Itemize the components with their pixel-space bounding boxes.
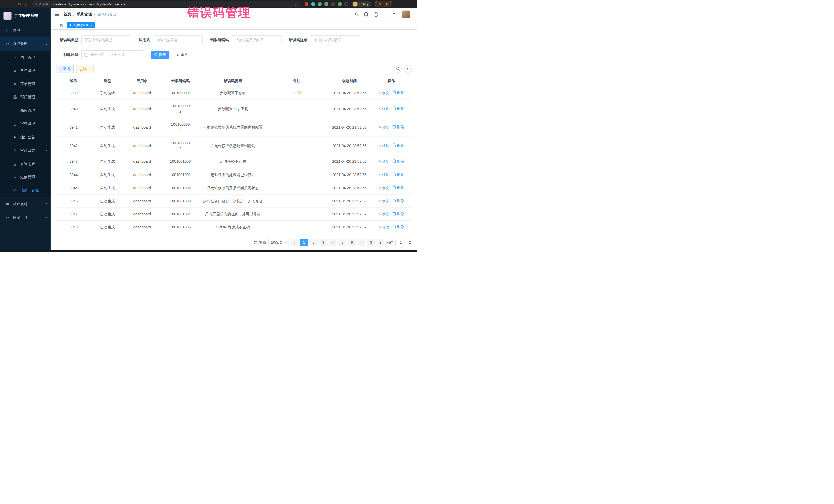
delete-link[interactable]: 删除 bbox=[393, 125, 404, 130]
browser-update-button[interactable]: ↻ 更新 bbox=[375, 1, 392, 7]
sidebar-item-role[interactable]: ♟ 角色管理 bbox=[0, 64, 50, 78]
sidebar-item-sms[interactable]: ✉ 短信管理 ▾ bbox=[0, 170, 50, 184]
edit-link[interactable]: ✎修改 bbox=[378, 125, 389, 130]
refresh-icon: ↻ bbox=[177, 53, 179, 57]
main-content: 错误码类型 请选择错误码类型 ▾ 应用名 错误码编码 错误码提示 bbox=[50, 29, 417, 250]
page-button-3[interactable]: 3 bbox=[320, 239, 327, 246]
export-button[interactable]: ↓ 导出 bbox=[76, 65, 94, 73]
forward-icon[interactable]: → bbox=[10, 2, 14, 6]
delete-link[interactable]: 删除 bbox=[393, 159, 404, 164]
sidebar-item-infra[interactable]: ⊞ 基础设施 ▾ bbox=[0, 197, 50, 211]
sidebar-item-errorcode[interactable]: </> 错误码管理 bbox=[0, 184, 50, 197]
page-size-select[interactable]: 10条/页 ▾ bbox=[268, 239, 288, 246]
extension-icon[interactable] bbox=[311, 2, 315, 6]
search-button[interactable]: 搜索 bbox=[151, 51, 170, 59]
github-icon[interactable] bbox=[364, 12, 369, 17]
error-type-select[interactable]: 请选择错误码类型 ▾ bbox=[81, 36, 131, 44]
delete-link[interactable]: 删除 bbox=[393, 90, 404, 95]
browser-profile-chip[interactable]: ☺ 已暂停 bbox=[352, 1, 372, 7]
filter-row-2: 创建时间 开始日期 - 结束日期 搜索 ↻ 重置 bbox=[56, 50, 412, 59]
sidebar-item-notice[interactable]: ⚑ 通知公告 bbox=[0, 131, 50, 144]
caret-down-icon: ▾ bbox=[412, 13, 413, 16]
sidebar-item-online[interactable]: ◎ 在线用户 bbox=[0, 157, 50, 170]
delete-link[interactable]: 删除 bbox=[393, 172, 404, 177]
edit-link[interactable]: ✎修改 bbox=[378, 91, 389, 96]
delete-link[interactable]: 删除 bbox=[393, 185, 404, 191]
app-name-input[interactable] bbox=[153, 36, 203, 44]
page-button-5[interactable]: 5 bbox=[338, 239, 346, 246]
page-button-2[interactable]: 2 bbox=[310, 239, 317, 246]
search-icon[interactable] bbox=[355, 13, 359, 17]
edit-link[interactable]: ✎修改 bbox=[378, 172, 389, 178]
edit-link[interactable]: ✎修改 bbox=[378, 144, 389, 149]
error-code-table: 编号 类型 应用名 错误码编码 错误码提示 备注 创建时间 操作 3939 手动… bbox=[56, 76, 412, 234]
extension-icon[interactable] bbox=[304, 2, 308, 6]
delete-link[interactable]: 删除 bbox=[393, 199, 404, 204]
filter-app-label: 应用名 bbox=[139, 38, 150, 42]
sidebar-item-menu[interactable]: ≣ 菜单管理 bbox=[0, 78, 50, 91]
error-msg-input[interactable] bbox=[310, 36, 360, 44]
chevron-down-icon: ▾ bbox=[46, 176, 47, 178]
sidebar-item-dept[interactable]: 品 部门管理 bbox=[0, 91, 50, 104]
extension-icon[interactable]: V bbox=[318, 2, 322, 6]
error-code-input[interactable] bbox=[232, 36, 282, 44]
edit-link[interactable]: ✎修改 bbox=[378, 185, 389, 191]
pencil-icon: ✎ bbox=[378, 126, 381, 129]
edit-link[interactable]: ✎修改 bbox=[378, 212, 389, 217]
delete-link[interactable]: 删除 bbox=[393, 143, 404, 148]
edit-link[interactable]: ✎修改 bbox=[378, 159, 389, 165]
url-text[interactable]: dashboard.yudao.iocoder.cn/system/error-… bbox=[53, 2, 292, 6]
page-button-1[interactable]: 1 bbox=[300, 239, 308, 246]
reload-icon[interactable]: ↻ bbox=[18, 2, 21, 6]
bookmark-star-icon[interactable]: ☆ bbox=[294, 2, 298, 6]
breadcrumb-section[interactable]: 系统管理 bbox=[77, 12, 92, 17]
sidebar-item-system[interactable]: ⚙ 系统管理 ▴ bbox=[0, 37, 50, 51]
total-count: 共 76 条 bbox=[254, 240, 266, 245]
sidebar-item-post[interactable]: ▤ 岗位管理 bbox=[0, 104, 50, 117]
page-button-8[interactable]: 8 bbox=[367, 239, 375, 246]
goto-page-input[interactable] bbox=[395, 239, 406, 246]
next-page-button[interactable]: › bbox=[377, 239, 385, 246]
page-button-6[interactable]: 6 bbox=[348, 239, 356, 246]
pencil-icon: ✎ bbox=[378, 173, 381, 176]
pin-icon[interactable] bbox=[344, 2, 349, 6]
delete-link[interactable]: 删除 bbox=[393, 225, 404, 230]
sidebar-item-audit[interactable]: ✎ 审计日志 ▾ bbox=[0, 144, 50, 157]
page-button-4[interactable]: 4 bbox=[329, 239, 336, 246]
close-icon[interactable]: × bbox=[90, 23, 92, 27]
security-label[interactable]: 不安全 bbox=[39, 2, 49, 6]
user-menu[interactable]: ▾ bbox=[402, 10, 413, 18]
delete-link[interactable]: 删除 bbox=[393, 212, 404, 217]
tag-errorcode[interactable]: 错误码管理 × bbox=[67, 22, 95, 28]
toggle-search-button[interactable] bbox=[394, 65, 402, 73]
extension-icon[interactable] bbox=[338, 2, 342, 6]
delete-link[interactable]: 删除 bbox=[393, 106, 404, 111]
back-icon[interactable]: ← bbox=[3, 2, 7, 6]
edit-link[interactable]: ✎修改 bbox=[378, 199, 389, 204]
edit-link[interactable]: ✎修改 bbox=[378, 225, 389, 230]
sidebar-item-home[interactable]: ▦ 首页 bbox=[0, 23, 50, 37]
extension-icon[interactable]: on bbox=[331, 2, 335, 6]
help-icon[interactable]: ? bbox=[374, 12, 378, 17]
home-icon[interactable]: ⌂ bbox=[24, 2, 27, 6]
pencil-icon: ✎ bbox=[378, 160, 381, 163]
edit-link[interactable]: ✎修改 bbox=[378, 107, 389, 112]
font-size-icon[interactable]: TT bbox=[393, 12, 397, 17]
sidebar-item-dev[interactable]: ⚒ 研发工具 ▾ bbox=[0, 211, 50, 225]
fullscreen-icon[interactable] bbox=[383, 12, 388, 17]
trash-icon bbox=[393, 174, 395, 176]
refresh-table-button[interactable]: ↻ bbox=[404, 65, 412, 73]
reset-button[interactable]: ↻ 重置 bbox=[173, 51, 192, 59]
address-bar[interactable]: ⚠ 不安全 dashboard.yudao.iocoder.cn/system/… bbox=[31, 1, 301, 7]
breadcrumb-home[interactable]: 首页 bbox=[64, 12, 71, 17]
sidebar-item-dict[interactable]: ▥ 字典管理 bbox=[0, 117, 50, 131]
tag-home[interactable]: 首页 bbox=[54, 22, 65, 28]
add-button[interactable]: + 新增 bbox=[56, 65, 74, 73]
date-range-picker[interactable]: 开始日期 - 结束日期 bbox=[81, 50, 143, 59]
more-pages-button[interactable]: ··· bbox=[358, 239, 365, 246]
hamburger-icon[interactable] bbox=[54, 14, 59, 15]
trash-icon bbox=[393, 92, 395, 94]
extensions-puzzle-icon[interactable] bbox=[324, 2, 328, 6]
sidebar-item-user[interactable]: ♙ 用户管理 bbox=[0, 51, 50, 64]
prev-page-button[interactable]: ‹ bbox=[291, 239, 298, 246]
